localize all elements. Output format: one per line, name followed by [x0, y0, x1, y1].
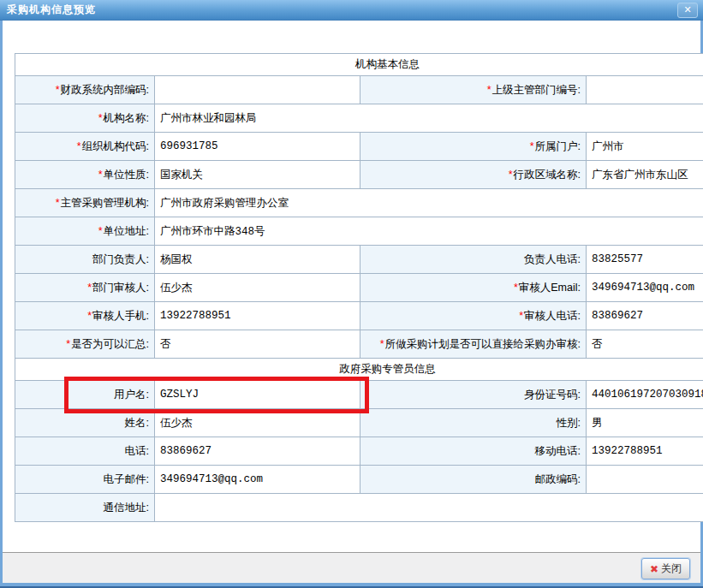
field-value: 否 [587, 330, 703, 359]
field-label: 电话: [15, 437, 155, 466]
field-label: *主管采购管理机构: [15, 189, 155, 217]
required-asterisk: * [487, 84, 492, 96]
field-row: *单位性质:国家机关*行政区域名称:广东省广州市东山区 [15, 161, 703, 189]
field-row: 用户名:GZSLYJ身份证号码:440106197207030918 [15, 381, 703, 409]
required-asterisk: * [87, 310, 92, 322]
close-button-icon: ✖ [650, 563, 658, 575]
field-value: 男 [587, 409, 703, 437]
field-value: 否 [155, 330, 360, 359]
field-value: GZSLYJ [155, 381, 360, 409]
field-value: 杨国权 [155, 246, 360, 274]
required-asterisk: * [98, 169, 103, 181]
field-value: 349694713@qq.com [155, 466, 360, 494]
field-label: *所做采购计划是否可以直接给采购办审核: [360, 330, 587, 359]
dialog-titlebar: 采购机构信息预览 ✕ [0, 0, 703, 21]
close-icon[interactable]: ✕ [677, 3, 698, 18]
field-value: 13922788951 [155, 302, 360, 330]
field-label: 部门负责人: [15, 246, 155, 274]
field-label: *财政系统内部编码: [15, 76, 155, 104]
field-label: *单位性质: [15, 161, 155, 189]
field-value: 440106197207030918 [587, 381, 703, 409]
field-row: 姓名:伍少杰性别:男 [15, 409, 703, 437]
agency-info-table: 机构基本信息*财政系统内部编码:*上级主管部门编号:*机构名称:广州市林业和园林… [15, 53, 703, 522]
required-asterisk: * [98, 225, 103, 237]
field-value: 广东省广州市东山区 [587, 161, 703, 189]
field-label: *审核人电话: [360, 302, 587, 330]
field-value: 696931785 [155, 133, 360, 161]
required-asterisk: * [514, 282, 518, 294]
required-asterisk: * [98, 112, 103, 124]
required-asterisk: * [87, 282, 92, 294]
field-row: *财政系统内部编码:*上级主管部门编号: [15, 76, 703, 104]
field-label: 电子邮件: [15, 466, 155, 494]
field-row: 通信地址: [15, 494, 703, 522]
field-value [587, 466, 703, 494]
field-label: *审核人Email: [360, 274, 587, 302]
required-asterisk: * [56, 84, 60, 96]
field-label: 用户名: [15, 381, 155, 409]
field-value: 广州市林业和园林局 [155, 104, 703, 133]
field-label: 通信地址: [15, 494, 155, 522]
dialog-footer: ✖ 关闭 [3, 552, 700, 583]
required-asterisk: * [509, 169, 513, 181]
field-row: *是否为可以汇总:否*所做采购计划是否可以直接给采购办审核:否 [15, 330, 703, 359]
field-label: *部门审核人: [15, 274, 155, 302]
field-label: *组织机构代码: [15, 133, 155, 161]
dialog-border-bottom [0, 583, 703, 588]
section-header-row: 政府采购专管员信息 [15, 359, 703, 381]
required-asterisk: * [380, 338, 384, 350]
field-value: 83869627 [587, 302, 703, 330]
field-row: *审核人手机:13922788951*审核人电话:83869627 [15, 302, 703, 330]
field-value: 广州市环市中路348号 [155, 217, 703, 246]
field-value: 349694713@qq.com [587, 274, 703, 302]
field-value [155, 494, 703, 522]
field-value: 伍少杰 [155, 274, 360, 302]
field-row: *机构名称:广州市林业和园林局 [15, 104, 703, 133]
field-row: *组织机构代码:696931785*所属门户:广州市 [15, 133, 703, 161]
field-value: 83825577 [587, 246, 703, 274]
field-label: *所属门户: [360, 133, 587, 161]
field-value: 伍少杰 [155, 409, 360, 437]
field-row: 电话:83869627移动电话:13922788951 [15, 437, 703, 466]
info-table-body: 机构基本信息*财政系统内部编码:*上级主管部门编号:*机构名称:广州市林业和园林… [15, 54, 703, 522]
field-label: *单位地址: [15, 217, 155, 246]
required-asterisk: * [77, 140, 81, 152]
required-asterisk: * [530, 140, 534, 152]
field-label: 身份证号码: [360, 381, 587, 409]
field-value: 国家机关 [155, 161, 360, 189]
field-label: *行政区域名称: [360, 161, 587, 189]
field-label: *是否为可以汇总: [15, 330, 155, 359]
field-value [587, 76, 703, 104]
field-value [155, 76, 360, 104]
field-row: *单位地址:广州市环市中路348号 [15, 217, 703, 246]
section-header-row: 机构基本信息 [15, 54, 703, 76]
dialog-title: 采购机构信息预览 [0, 0, 703, 20]
field-value: 广州市 [587, 133, 703, 161]
field-value: 83869627 [155, 437, 360, 466]
field-label: *上级主管部门编号: [360, 76, 587, 104]
field-value: 13922788951 [587, 437, 703, 466]
required-asterisk: * [519, 310, 523, 322]
field-row: *主管采购管理机构:广州市政府采购管理办公室 [15, 189, 703, 217]
field-row: 部门负责人:杨国权负责人电话:83825577 [15, 246, 703, 274]
field-value: 广州市政府采购管理办公室 [155, 189, 703, 217]
field-row: 电子邮件:349694713@qq.com邮政编码: [15, 466, 703, 494]
field-label: 移动电话: [360, 437, 587, 466]
field-label: 邮政编码: [360, 466, 587, 494]
field-label: 负责人电话: [360, 246, 587, 274]
section-header: 政府采购专管员信息 [15, 359, 703, 381]
section-header: 机构基本信息 [15, 54, 703, 76]
field-label: *机构名称: [15, 104, 155, 133]
close-button-label: 关闭 [661, 561, 682, 576]
field-label: *审核人手机: [15, 302, 155, 330]
required-asterisk: * [66, 338, 70, 350]
field-label: 姓名: [15, 409, 155, 437]
required-asterisk: * [56, 197, 60, 209]
field-row: *部门审核人:伍少杰*审核人Email:349694713@qq.com [15, 274, 703, 302]
field-label: 性别: [360, 409, 587, 437]
dialog-border-left [0, 20, 3, 588]
close-button[interactable]: ✖ 关闭 [641, 558, 690, 579]
